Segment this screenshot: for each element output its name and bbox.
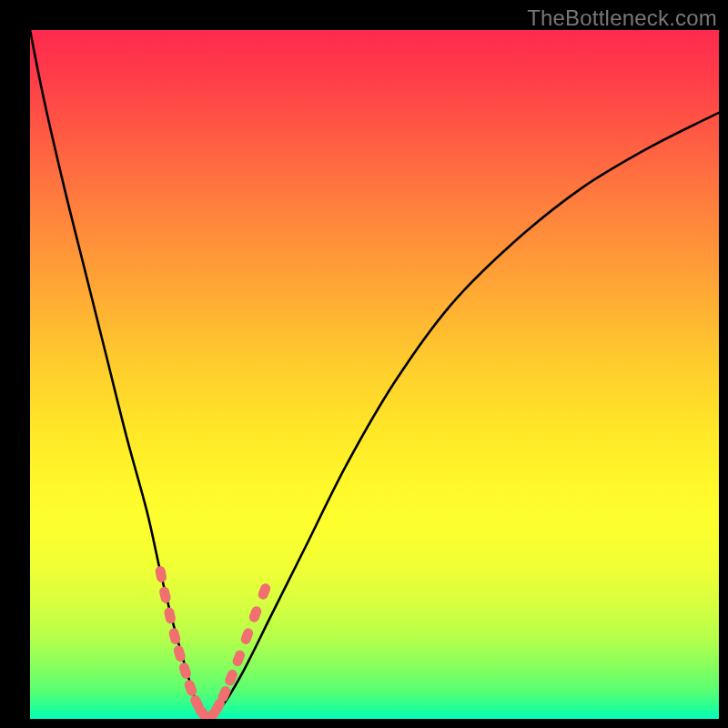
plot-area [30,30,719,719]
marker-bead [183,679,197,698]
marker-bead [231,649,247,668]
highlighted-points [155,565,272,719]
marker-bead [163,606,177,624]
marker-bead [155,565,167,583]
marker-bead [239,627,255,646]
marker-bead [158,586,172,604]
chart-svg [30,30,719,719]
marker-bead [172,644,187,662]
marker-bead [177,662,192,680]
marker-bead [248,605,263,624]
chart-frame: TheBottleneck.com [0,0,728,728]
bottleneck-curve-line [30,30,719,719]
watermark-text: TheBottleneck.com [527,5,717,31]
marker-bead [257,582,272,602]
